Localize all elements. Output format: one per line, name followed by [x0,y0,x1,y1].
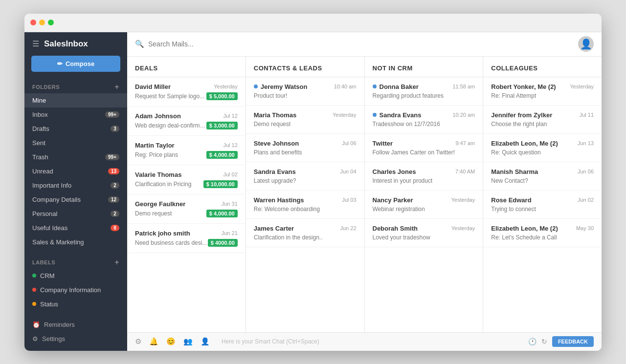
email-subject: Clarification in the design.. [254,234,323,241]
email-item-sub: Loved your tradeshow [373,234,475,241]
email-item[interactable]: Adam JohnsonJul 12Web design deal-confir… [127,107,246,136]
folder-badge: 99+ [105,111,119,118]
email-item-sub: Web design deal-confirma...$ 3,000.00 [135,122,238,129]
settings-icon[interactable]: ⚙ [135,337,141,346]
refresh-icon[interactable]: ↻ [541,338,547,345]
sidebar-item-sent[interactable]: Sent [24,136,127,150]
add-label-icon[interactable]: + [114,258,119,267]
user-avatar[interactable]: 👤 [578,36,594,52]
bottom-bar: ⚙ 🔔 😊 👥 👤 Here is your Smart Chat (Ctrl+… [127,332,602,351]
email-subject: Product tour! [254,92,288,99]
sidebar-item-mine[interactable]: Mine [24,93,127,107]
sidebar-item-unread[interactable]: Unread13 [24,164,127,178]
email-item[interactable]: Steve JohnsonJul 06Plans and benefits [246,134,364,162]
close-button[interactable] [30,20,36,25]
email-subject: Re: Welcome onboarding [254,206,320,213]
crm-dot [254,85,258,88]
email-item-sub: Need business cards desi...$ 4000.00 [135,239,238,247]
email-date: Jun 06 [578,169,594,174]
minimize-button[interactable] [39,20,45,25]
email-item[interactable]: Sandra Evans10:20 amTradesshow on 12/7/2… [365,106,483,134]
footer-item-settings[interactable]: ⚙Settings [32,332,119,346]
email-subject: Follow James Carter on Twitter! [373,149,455,156]
sidebar-item-company-details[interactable]: Company Details12 [24,193,127,207]
sidebar-item-drafts[interactable]: Drafts3 [24,122,127,136]
smart-chat-placeholder: Here is your Smart Chat (Ctrl+Space) [222,338,520,345]
label-list: CRMCompany InformationStatus [24,269,127,311]
sender-wrap: Rose Edward [491,196,531,204]
email-item[interactable]: Sandra EvansJun 04Latest upgrade? [246,162,364,191]
footer-icon: ⏰ [32,321,40,328]
email-sender: Sandra Evans [254,168,296,175]
email-item[interactable]: Charles Jones7:40 AMInterest in your pro… [365,162,483,191]
email-subject: Re: Final Attempt [491,92,536,99]
sidebar-item-sales-&-marketing[interactable]: Sales & Marketing [24,235,127,249]
email-date: Jun 31 [222,201,238,207]
email-item[interactable]: Donna Baker11:58 amRegarding product fea… [365,77,483,106]
email-item[interactable]: Rose EdwardJun 02Trying to connect [483,191,602,219]
app-window: ☰ SalesInbox ✏ Compose Folders + Mine In… [24,14,602,351]
email-item[interactable]: Deborah SmithYesterdayLoved your tradesh… [365,219,483,247]
email-item-header: Maria ThomasYesterday [254,111,357,119]
sidebar-item-important-info[interactable]: Important Info2 [24,178,127,193]
email-item-sub: Product tour! [254,92,357,99]
sidebar-item-inbox[interactable]: Inbox99+ [24,107,127,122]
sender-wrap: Robert Yonker, Me (2) [491,83,556,90]
email-item[interactable]: George FaulknerJun 31Demo request$ 4,000… [127,194,246,224]
email-date: Jun 02 [578,197,594,203]
titlebar [24,14,602,32]
email-item-header: Charles Jones7:40 AM [373,168,475,175]
email-item[interactable]: Warren HastingsJul 03Re: Welcome onboard… [246,191,364,219]
hamburger-icon[interactable]: ☰ [32,39,39,48]
email-item[interactable]: Nancy ParkerYesterdayWebinar registratio… [365,191,483,219]
sidebar-header: ☰ SalesInbox [24,32,127,56]
crm-dot [373,113,377,117]
compose-button[interactable]: ✏ Compose [31,56,120,72]
sidebar-item-useful-ideas[interactable]: Useful Ideas8 [24,221,127,235]
label-item-company-information[interactable]: Company Information [24,283,127,297]
email-item[interactable]: Martin TaylorJul 12Reg: Price plans$ 4,0… [127,136,246,165]
email-item-sub: Tradesshow on 12/7/2016 [373,121,475,128]
person-icon[interactable]: 👤 [201,337,210,346]
email-date: 9:47 am [456,140,475,146]
fullscreen-button[interactable] [48,20,54,25]
email-item[interactable]: Jennifer from ZylkerJul 11Choose the rig… [483,106,602,134]
email-item[interactable]: Jeremy Watson10:40 amProduct tour! [246,77,364,106]
sidebar-item-trash[interactable]: Trash99+ [24,150,127,164]
labels-section-header: Labels + [24,254,127,269]
footer-item-reminders[interactable]: ⏰Reminders [32,318,119,332]
email-item[interactable]: Twitter9:47 amFollow James Carter on Twi… [365,134,483,162]
email-item[interactable]: Elizabeth Leon, Me (2)Jun 13Re: Quick qu… [483,134,602,162]
people-icon[interactable]: 👥 [183,337,193,346]
label-item-crm[interactable]: CRM [24,269,127,283]
bell-icon[interactable]: 🔔 [149,337,158,346]
column-header: NOT IN CRM [365,57,483,77]
emoji-icon[interactable]: 😊 [166,337,176,346]
label-item-status[interactable]: Status [24,297,127,311]
feedback-button[interactable]: FEEDBACK [552,336,594,347]
email-item[interactable]: Maria ThomasYesterdayDemo request [246,106,364,134]
email-subject: Re: Let's Schedule a Call [491,234,557,241]
email-sender: George Faulkner [135,200,185,208]
add-folder-icon[interactable]: + [114,83,119,91]
label-dot [32,288,36,292]
email-date: Jul 02 [223,171,237,177]
email-item[interactable]: Robert Yonker, Me (2)YesterdayRe: Final … [483,77,602,106]
email-date: Jun 04 [340,169,356,174]
email-sender: Jennifer from Zylker [491,111,552,119]
email-item-header: Steve JohnsonJul 06 [254,140,357,147]
email-item[interactable]: David MillerYesterdayRequest for Sample … [127,77,246,107]
email-item[interactable]: Valarie ThomasJul 02Clarification in Pri… [127,165,246,194]
sender-wrap: Patrick joho smith [135,230,190,237]
email-item[interactable]: Patrick joho smithJun 21Need business ca… [127,224,246,253]
clock-icon[interactable]: 🕐 [528,338,537,345]
email-subject: Demo request [254,121,291,128]
email-item[interactable]: Elizabeth Leon, Me (2)May 30Re: Let's Sc… [483,219,602,247]
footer-label: Reminders [44,321,75,328]
folder-label: Unread [32,168,53,175]
email-item[interactable]: Manish SharmaJun 06New Contact? [483,162,602,191]
search-input[interactable] [148,40,574,48]
sidebar-item-personal[interactable]: Personal2 [24,207,127,221]
footer-icon: ⚙ [32,335,38,343]
email-item[interactable]: James CarterJun 22Clarification in the d… [246,219,364,247]
